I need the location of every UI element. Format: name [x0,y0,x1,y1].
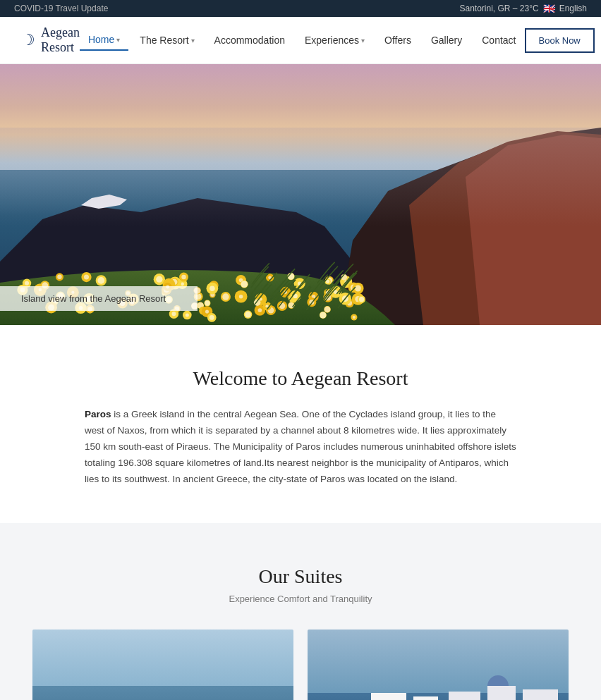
hero-section: Island view from the Aegean Resort [0,64,601,325]
suite-card-2[interactable] [308,630,569,700]
covid-notice: COVID-19 Travel Update [14,4,108,13]
nav-experiences[interactable]: Experiences ▾ [296,30,373,50]
suite-image-1 [32,630,293,700]
welcome-title: Welcome to Aegean Resort [85,367,516,390]
book-now-button[interactable]: Book Now [525,28,595,53]
nav-home[interactable]: Home ▾ [80,30,128,51]
resort-caret: ▾ [191,37,195,44]
suite-card-1[interactable] [32,630,293,700]
nav-links: Home ▾ The Resort ▾ Accommodation Experi… [80,30,525,51]
paros-bold: Paros [85,409,111,419]
nav-contact[interactable]: Contact [473,30,524,50]
suites-cards [28,630,573,700]
welcome-body: Paros is a Greek island in the central A… [85,407,516,488]
home-caret: ▾ [116,36,120,44]
hero-caption: Island view from the Aegean Resort [0,286,198,311]
logo[interactable]: ☽ Aegean Resort [21,25,80,55]
nav-accommodation[interactable]: Accommodation [206,30,293,50]
nav-gallery[interactable]: Gallery [423,30,471,50]
nav-resort[interactable]: The Resort ▾ [131,30,202,50]
welcome-section: Welcome to Aegean Resort Paros is a Gree… [0,325,601,523]
top-bar: COVID-19 Travel Update Santorini, GR – 2… [0,0,601,17]
suites-title: Our Suites [28,565,573,588]
suites-section: Our Suites Experience Comfort and Tranqu… [0,523,601,700]
navbar: ☽ Aegean Resort Home ▾ The Resort ▾ Acco… [0,17,601,64]
nav-offers[interactable]: Offers [376,30,420,50]
location-info: Santorini, GR – 23°C [459,4,538,13]
top-bar-right: Santorini, GR – 23°C 🇬🇧 English [459,3,587,14]
suite-image-2 [308,630,569,700]
flag-icon: 🇬🇧 [543,3,555,14]
suites-subtitle: Experience Comfort and Tranquility [28,594,573,604]
language-label: English [559,4,587,13]
experiences-caret: ▾ [361,37,365,44]
brand-name: Aegean Resort [41,25,80,55]
moon-icon: ☽ [21,31,35,49]
